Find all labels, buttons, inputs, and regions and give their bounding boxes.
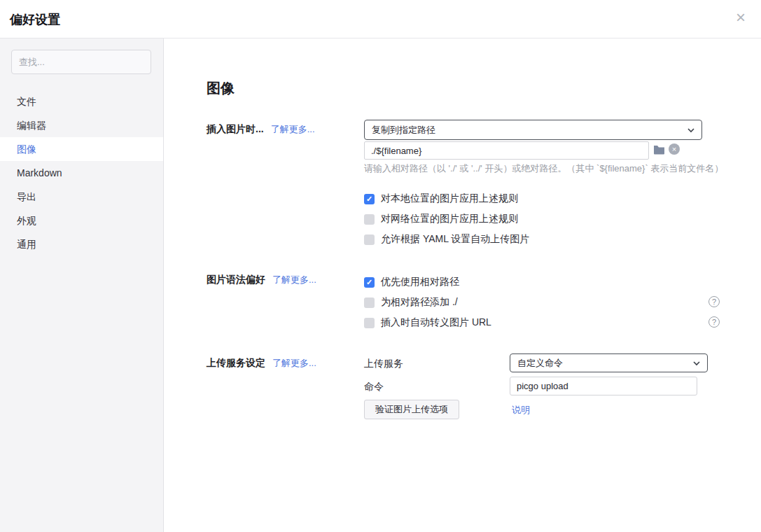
checkbox-row-local-rule[interactable]: 对本地位置的图片应用上述规则 [364,192,720,206]
help-icon[interactable]: ? [708,296,720,307]
insert-action-select-value: 复制到指定路径 [365,124,687,136]
sidebar: 文件 编辑器 图像 Markdown 导出 外观 通用 [0,38,164,532]
folder-icon[interactable] [653,144,665,155]
sidebar-item-appearance[interactable]: 外观 [0,209,163,232]
syntax-label: 图片语法偏好 [207,274,265,286]
header: 偏好设置 × [0,0,761,38]
checkbox-label: 允许根据 YAML 设置自动上传图片 [381,233,529,246]
checkbox-label: 插入时自动转义图片 URL [381,316,491,329]
checkbox-row-yaml-upload[interactable]: 允许根据 YAML 设置自动上传图片 [364,232,720,246]
insert-action-select[interactable]: 复制到指定路径 [364,120,702,140]
sidebar-item-image[interactable]: 图像 [0,137,163,161]
checkbox[interactable] [364,194,375,204]
checkbox[interactable] [364,234,375,245]
checkbox-label: 优先使用相对路径 [381,276,459,288]
checkbox-row-escape-url[interactable]: 插入时自动转义图片 URL ? [364,316,720,330]
close-icon[interactable]: × [736,9,746,26]
chevron-down-icon [692,359,701,368]
upload-label: 上传服务设定 [207,357,265,370]
upload-learn-more-link[interactable]: 了解更多... [272,357,316,370]
checkbox-label: 对本地位置的图片应用上述规则 [381,192,518,205]
sidebar-item-general[interactable]: 通用 [0,232,163,256]
path-hint: 请输入相对路径（以 './' 或 '../' 开头）或绝对路径。（其中 `${f… [364,162,723,175]
sidebar-item-file[interactable]: 文件 [0,90,163,113]
upload-note-link[interactable]: 说明 [512,404,530,416]
upload-section-label: 上传服务设定 了解更多... [207,357,316,370]
checkbox-row-network-rule[interactable]: 对网络位置的图片应用上述规则 [364,212,720,226]
checkbox[interactable] [364,318,375,328]
validate-upload-button[interactable]: 验证图片上传选项 [364,400,459,419]
command-label: 命令 [364,381,384,393]
syntax-section-label: 图片语法偏好 了解更多... [207,274,316,286]
path-input[interactable] [364,141,649,160]
upload-service-select[interactable]: 自定义命令 [510,354,708,372]
checkbox-label: 对网络位置的图片应用上述规则 [381,213,518,225]
checkbox[interactable] [364,298,375,308]
search-input[interactable] [12,50,151,74]
checkbox-row-add-dot-slash[interactable]: 为相对路径添加 ./ ? [364,295,720,309]
insert-section-label: 插入图片时... 了解更多... [207,123,315,136]
sidebar-item-export[interactable]: 导出 [0,185,163,209]
sidebar-item-editor[interactable]: 编辑器 [0,113,163,137]
sidebar-nav: 文件 编辑器 图像 Markdown 导出 外观 通用 [0,90,163,256]
help-icon[interactable]: ? [708,316,720,328]
checkbox[interactable] [364,214,375,225]
checkbox-row-relative-path[interactable]: 优先使用相对路径 [364,275,720,289]
upload-service-label: 上传服务 [364,358,403,370]
checkbox[interactable] [364,277,375,288]
main-panel: 图像 插入图片时... 了解更多... 复制到指定路径 × 请输入相对路径（以 … [165,38,761,532]
insert-label: 插入图片时... [207,123,264,136]
clear-icon[interactable]: × [669,144,680,155]
chevron-down-icon [687,126,695,134]
checkbox-label: 为相对路径添加 ./ [381,296,458,309]
syntax-learn-more-link[interactable]: 了解更多... [272,274,316,286]
search-box [11,50,151,74]
page-title: 偏好设置 [10,11,60,28]
insert-learn-more-link[interactable]: 了解更多... [271,123,315,136]
upload-service-select-value: 自定义命令 [510,357,692,370]
page-heading: 图像 [207,79,235,98]
command-input[interactable] [510,377,697,396]
sidebar-item-markdown[interactable]: Markdown [0,161,163,185]
